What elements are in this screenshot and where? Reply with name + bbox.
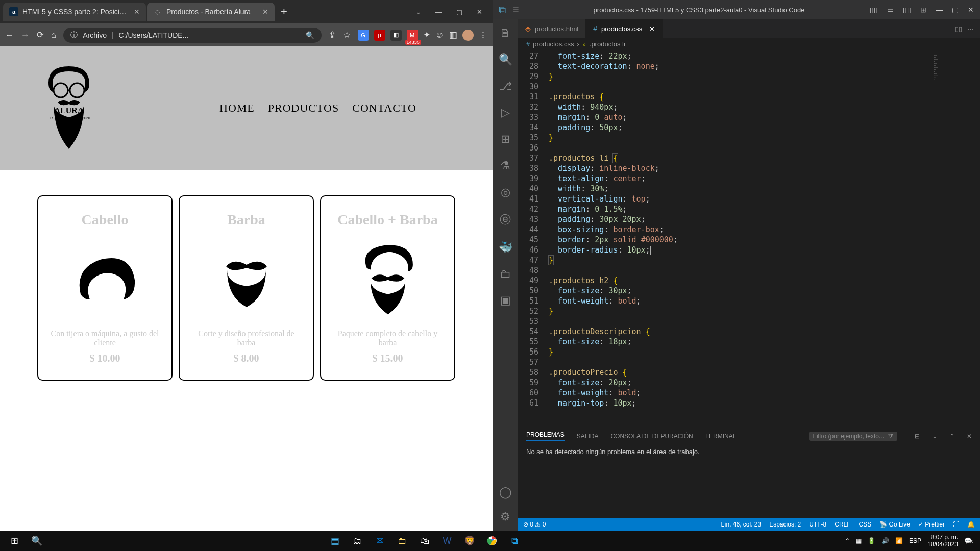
search-icon[interactable]: 🔍 xyxy=(26,531,48,551)
ext-ublock-icon[interactable]: µ xyxy=(374,30,385,41)
avatar[interactable] xyxy=(462,30,474,41)
funnel-icon[interactable]: ⧩ xyxy=(888,433,893,440)
nav-contacto[interactable]: CONTACTO xyxy=(352,102,416,115)
terminal-icon[interactable]: ▣ xyxy=(500,294,511,307)
minimize-icon[interactable]: — xyxy=(435,8,442,16)
collapse-icon[interactable]: ⊟ xyxy=(915,433,920,440)
minimize-icon[interactable]: — xyxy=(936,6,943,14)
status-spaces[interactable]: Espacios: 2 xyxy=(769,521,801,528)
search-icon[interactable]: 🔍 xyxy=(499,53,512,66)
chevron-up-icon[interactable]: ⌃ xyxy=(845,537,850,544)
status-prettier[interactable]: ✓ Prettier xyxy=(918,521,945,528)
taskbar-app[interactable]: ▤ xyxy=(324,531,346,551)
minimap[interactable]: ▬▬▬▬▬▬▬▬▬▬▬▬▬▬▬▬▬▬▬▬▬▬▬▬▬▬▬▬▬▬▬▬ xyxy=(931,50,980,427)
close-icon[interactable]: ✕ xyxy=(262,8,268,16)
split-icon[interactable]: ▯▯ xyxy=(955,25,962,33)
explorer-icon[interactable]: 🗎 xyxy=(500,27,511,40)
status-position[interactable]: Lín. 46, col. 23 xyxy=(721,521,761,528)
layout-icon[interactable]: ▭ xyxy=(887,6,894,14)
reload-icon[interactable]: ⟳ xyxy=(37,30,44,40)
new-tab-button[interactable]: + xyxy=(281,5,287,18)
code-content[interactable]: font-size: 22px; text-decoration: none; … xyxy=(546,50,931,427)
testing-icon[interactable]: ⚗ xyxy=(500,159,510,172)
taskbar-chrome[interactable] xyxy=(481,531,503,551)
ext-icon[interactable]: ◧ xyxy=(390,30,402,41)
status-eol[interactable]: CRLF xyxy=(835,521,850,528)
taskbar-brave[interactable]: 🦁 xyxy=(458,531,481,551)
taskbar-app[interactable]: 🗂 xyxy=(346,531,369,551)
taskbar-explorer[interactable]: 🗀 xyxy=(391,531,413,551)
panel-tab-problemas[interactable]: PROBLEMAS xyxy=(526,431,565,441)
chevron-down-icon[interactable]: ⌄ xyxy=(415,8,421,16)
language-indicator[interactable]: ESP xyxy=(909,537,921,544)
taskbar-word[interactable]: W xyxy=(436,531,458,551)
close-icon[interactable]: ✕ xyxy=(649,25,655,33)
home-icon[interactable]: ⌂ xyxy=(51,30,56,40)
taskbar-vscode[interactable]: ⧉ xyxy=(503,531,526,551)
volume-icon[interactable]: 🔊 xyxy=(881,537,889,544)
battery-icon[interactable]: 🔋 xyxy=(868,537,875,544)
editor-tab-html[interactable]: ⬘ productos.html xyxy=(518,19,586,38)
account-icon[interactable]: ◯ xyxy=(499,486,512,499)
nav-home[interactable]: HOME xyxy=(219,102,255,115)
panel-tab-terminal[interactable]: TERMINAL xyxy=(705,433,737,440)
layout-icon[interactable]: ▯▯ xyxy=(903,6,911,14)
folder-icon[interactable]: 🗀 xyxy=(500,267,511,281)
chevron-down-icon[interactable]: ⌄ xyxy=(932,433,937,440)
back-icon[interactable]: ← xyxy=(5,30,14,40)
search-in-page-icon[interactable]: 🔍 xyxy=(306,31,314,39)
info-icon: ⓘ xyxy=(70,31,78,40)
status-encoding[interactable]: UTF-8 xyxy=(809,521,826,528)
run-debug-icon[interactable]: ▷ xyxy=(501,106,510,119)
browser-tab-1[interactable]: a HTML5 y CSS3 parte 2: Posiciona ✕ xyxy=(3,3,146,21)
panel-tab-consola[interactable]: CONSOLA DE DEPURACIÓN xyxy=(610,433,693,440)
browser-tab-2[interactable]: ◌ Productos - Barbería Alura ✕ xyxy=(147,3,275,21)
reading-list-icon[interactable]: ▥ xyxy=(449,30,457,40)
feedback-icon[interactable]: ⛶ xyxy=(953,521,959,528)
wifi-icon[interactable]: 📶 xyxy=(895,537,903,544)
panel-filter-input[interactable]: Filtro (por ejemplo, texto... ⧩ xyxy=(809,432,897,441)
live-icon[interactable]: ◎ xyxy=(501,186,510,199)
taskbar-store[interactable]: 🛍 xyxy=(413,531,436,551)
menu-icon[interactable]: ⋮ xyxy=(479,30,487,40)
notifications-icon[interactable]: 💬3 xyxy=(964,537,972,544)
gear-icon[interactable]: ⚙ xyxy=(500,510,510,523)
status-errors[interactable]: ⊘ 0 ⚠ 0 xyxy=(523,521,546,528)
edge-icon[interactable]: ⓔ xyxy=(500,212,511,228)
ext-badge-icon[interactable]: M14335 xyxy=(407,30,418,41)
url-input[interactable]: ⓘ Archivo | C:/Users/LATITUDE... 🔍 xyxy=(63,28,321,43)
share-icon[interactable]: ⇪ xyxy=(329,30,336,40)
code-editor[interactable]: 27 28 29 30 31 32 33 34 35 36 37 38 39 4… xyxy=(518,50,980,427)
breadcrumb[interactable]: # productos.css › ⬨ .productos li xyxy=(518,38,980,50)
taskbar-outlook[interactable]: ✉ xyxy=(369,531,391,551)
close-panel-icon[interactable]: ✕ xyxy=(967,433,972,440)
star-icon[interactable]: ☆ xyxy=(343,30,351,40)
more-icon[interactable]: ⋯ xyxy=(967,25,974,33)
maximize-icon[interactable]: ▢ xyxy=(456,8,462,16)
panel-tab-salida[interactable]: SALIDA xyxy=(577,433,599,440)
bell-icon[interactable]: 🔔 xyxy=(967,521,975,528)
extensions-icon[interactable]: ✦ xyxy=(423,30,430,40)
start-button[interactable]: ⊞ xyxy=(3,531,26,551)
close-icon[interactable]: ✕ xyxy=(968,6,974,14)
source-control-icon[interactable]: ⎇ xyxy=(499,80,512,93)
nav-productos[interactable]: PRODUCTOS xyxy=(268,102,339,115)
tray-icon[interactable]: ▦ xyxy=(856,537,862,544)
taskbar-clock[interactable]: 8:07 p. m. 18/04/2023 xyxy=(927,534,958,548)
close-icon[interactable]: ✕ xyxy=(134,8,140,16)
close-window-icon[interactable]: ✕ xyxy=(477,8,482,16)
status-lang[interactable]: CSS xyxy=(859,521,872,528)
chevron-up-icon[interactable]: ⌃ xyxy=(949,433,954,440)
svg-point-0 xyxy=(54,83,68,97)
hamburger-icon[interactable]: ☰ xyxy=(513,6,519,14)
smile-icon[interactable]: ☺ xyxy=(435,30,444,40)
forward-icon[interactable]: → xyxy=(21,30,30,40)
layout-icon[interactable]: ⊞ xyxy=(920,6,926,14)
ext-google-icon[interactable]: G xyxy=(358,30,369,41)
extensions-icon[interactable]: ⊞ xyxy=(501,133,510,146)
status-golive[interactable]: 📡 Go Live xyxy=(879,521,910,528)
layout-icon[interactable]: ▯▯ xyxy=(870,6,878,14)
maximize-icon[interactable]: ▢ xyxy=(952,6,959,14)
editor-tab-css[interactable]: # productos.css ✕ xyxy=(586,19,663,38)
docker-icon[interactable]: 🐳 xyxy=(499,241,512,254)
